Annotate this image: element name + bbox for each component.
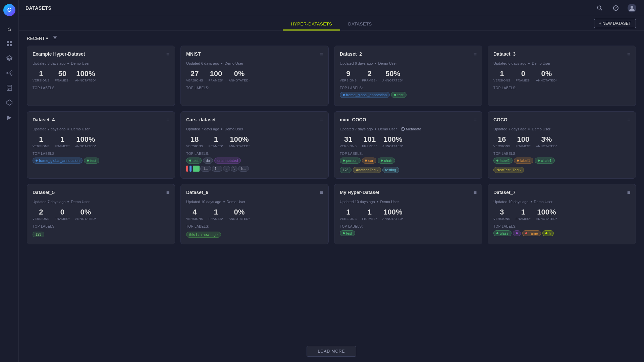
sidebar-item-reports[interactable] xyxy=(3,82,15,94)
label-tag[interactable]: frame_global_annotation xyxy=(33,158,83,164)
tag-new-test-tag[interactable]: NewTest_Tag › xyxy=(493,167,524,173)
card-title: MNIST xyxy=(186,51,201,57)
card-menu-icon[interactable]: ≡ xyxy=(627,190,630,196)
card-menu-icon[interactable]: ≡ xyxy=(166,190,169,196)
card-stats: 1 VERSIONS 50 FRAMES* 100% ANNOTATED* xyxy=(33,69,169,82)
stat-frames: 0 FRAMES* xyxy=(55,208,70,221)
card-stats: 9 VERSIONS 2 FRAMES* 50% ANNOTATED* xyxy=(340,69,477,82)
card-menu-icon[interactable]: ≡ xyxy=(320,190,323,196)
new-dataset-button[interactable]: + NEW DATASET xyxy=(594,19,636,28)
card-dataset-3[interactable]: Dataset_3 ≡ Updated 6 days ago Demo User… xyxy=(488,46,636,106)
stat-frames: 100 FRAMES* xyxy=(209,69,224,82)
tab-datasets[interactable]: DATASETS xyxy=(340,17,380,31)
label-tag[interactable]: test xyxy=(391,92,407,98)
tag-testing[interactable]: testing xyxy=(382,167,399,173)
card-mnist[interactable]: MNIST ≡ Updated 6 days ago Demo User 27 … xyxy=(180,46,329,106)
main-content: DATASETS ? HYPER-DATASETS DATASETS + NEW… xyxy=(19,0,644,362)
tag-this-is-new-tag[interactable]: this is a new tag › xyxy=(186,232,221,238)
card-menu-icon[interactable]: ≡ xyxy=(474,51,477,57)
card-header: mini_COCO ≡ xyxy=(340,117,477,123)
label-tag[interactable]: frame_global_annotation xyxy=(340,92,390,98)
tag-dot xyxy=(517,160,519,162)
filter-icon[interactable] xyxy=(52,35,58,42)
card-title: My Hyper-Dataset xyxy=(340,190,379,195)
card-coco[interactable]: COCO ≡ Updated 7 days ago Demo User 16 V… xyxy=(488,111,636,179)
card-example-hyper-dataset[interactable]: Example Hyper-Dataset ≡ Updated 3 days a… xyxy=(27,46,175,106)
extra-tags: 123 xyxy=(33,232,169,237)
label-tag[interactable]: test xyxy=(84,158,99,164)
stat-frames: 1 FRAMES* xyxy=(209,208,224,221)
stat-versions: 1 VERSIONS xyxy=(493,69,511,82)
label-tag-purple-dot[interactable] xyxy=(513,230,521,236)
sidebar-item-pipelines[interactable] xyxy=(3,67,15,79)
label-tag[interactable]: do xyxy=(203,158,213,164)
tag-dot xyxy=(365,160,367,162)
app-logo[interactable]: C xyxy=(3,4,15,16)
card-menu-icon[interactable]: ≡ xyxy=(474,117,477,123)
tag-123-ds5[interactable]: 123 xyxy=(33,232,44,237)
stat-versions: 31 VERSIONS xyxy=(340,135,357,148)
stat-annotated: 100% ANNOTATED* xyxy=(75,69,96,82)
stat-versions: 18 VERSIONS xyxy=(186,135,203,148)
metadata-badge: Metadata xyxy=(401,127,421,131)
recent-filter[interactable]: RECENT ▾ xyxy=(27,36,48,41)
card-menu-icon[interactable]: ≡ xyxy=(627,51,630,57)
label-tag-label2[interactable]: label2 xyxy=(493,158,513,164)
filters-bar: RECENT ▾ xyxy=(19,31,644,46)
label-tag-car[interactable]: car xyxy=(362,158,376,164)
card-dataset-5[interactable]: Dataset_5 ≡ Updated 7 days ago Demo User… xyxy=(27,184,175,244)
card-header: Dataset_7 ≡ xyxy=(493,190,630,196)
card-menu-icon[interactable]: ≡ xyxy=(166,51,169,57)
card-stats: 1 VERSIONS 0 FRAMES* 0% ANNOTATED* xyxy=(493,69,630,82)
label-tag-test[interactable]: test xyxy=(340,230,355,236)
user-avatar-icon[interactable] xyxy=(627,3,637,13)
stat-frames: 2 FRAMES* xyxy=(362,69,377,82)
sidebar-item-experiments[interactable] xyxy=(3,38,15,50)
card-labels: TOP LABELS: label2 label1 circle1 xyxy=(493,152,630,173)
card-labels: TOP LABELS: xyxy=(186,86,323,90)
tag-123[interactable]: 123 xyxy=(340,167,352,173)
card-title: Dataset_6 xyxy=(186,190,208,195)
labels-row: frame_global_annotation test xyxy=(33,158,169,164)
card-my-hyper-dataset[interactable]: My Hyper-Dataset ≡ Updated 10 days ago D… xyxy=(334,184,482,244)
tag-another-tag[interactable]: Another Tag › xyxy=(353,167,381,173)
card-menu-icon[interactable]: ≡ xyxy=(474,190,477,196)
card-menu-icon[interactable]: ≡ xyxy=(320,117,323,123)
label-tag-frame[interactable]: frame xyxy=(522,230,541,236)
card-cars-dataset[interactable]: Cars_dataset ≡ Updated 7 days ago Demo U… xyxy=(180,111,329,179)
stat-versions: 1 VERSIONS xyxy=(33,135,50,148)
search-icon[interactable] xyxy=(594,3,605,13)
card-dataset-6[interactable]: Dataset_6 ≡ Updated 10 days ago Demo Use… xyxy=(180,184,329,244)
card-mini-coco[interactable]: mini_COCO ≡ Updated 7 days ago Demo User… xyxy=(334,111,482,179)
label-tag-person[interactable]: person xyxy=(340,158,361,164)
sidebar-item-home[interactable]: ⌂ xyxy=(3,23,15,35)
label-tag-h[interactable]: h xyxy=(542,230,554,236)
tag-dot xyxy=(343,94,345,96)
card-stats: 1 VERSIONS 1 FRAMES* 100% ANNOTATED* xyxy=(33,135,169,148)
sidebar-item-layers[interactable] xyxy=(3,52,15,64)
stat-annotated: 3% ANNOTATED* xyxy=(536,135,557,148)
stat-versions: 9 VERSIONS xyxy=(340,69,357,82)
label-tag[interactable]: unannotated xyxy=(214,158,241,164)
label-tag[interactable]: test xyxy=(186,158,202,164)
card-menu-icon[interactable]: ≡ xyxy=(627,117,630,123)
tab-hyper-datasets[interactable]: HYPER-DATASETS xyxy=(283,17,340,31)
help-icon[interactable]: ? xyxy=(610,3,621,13)
label-tag-label1[interactable]: label1 xyxy=(514,158,533,164)
label-tag-glass[interactable]: glass xyxy=(493,230,512,236)
label-tag-chair[interactable]: chair xyxy=(378,158,395,164)
card-stats: 1 VERSIONS 1 FRAMES* 100% ANNOTATED* xyxy=(340,208,477,221)
card-dataset-2[interactable]: Dataset_2 ≡ Updated 6 days ago Demo User… xyxy=(334,46,482,106)
stat-frames: 100 FRAMES* xyxy=(516,135,531,148)
tabs-bar: HYPER-DATASETS DATASETS + NEW DATASET xyxy=(19,16,644,31)
card-dataset-4[interactable]: Dataset_4 ≡ Updated 7 days ago Demo User… xyxy=(27,111,175,179)
stat-annotated: 100% ANNOTATED* xyxy=(75,135,96,148)
meta-dot xyxy=(528,63,530,64)
sidebar-item-models[interactable] xyxy=(3,97,15,109)
sidebar-item-deploy[interactable]: ▶ xyxy=(3,111,15,123)
load-more-button[interactable]: LOAD MORE xyxy=(307,346,356,357)
card-dataset-7[interactable]: Dataset_7 ≡ Updated 19 days ago Demo Use… xyxy=(488,184,636,244)
card-menu-icon[interactable]: ≡ xyxy=(320,51,323,57)
label-tag-circle1[interactable]: circle1 xyxy=(535,158,555,164)
card-menu-icon[interactable]: ≡ xyxy=(166,117,169,123)
